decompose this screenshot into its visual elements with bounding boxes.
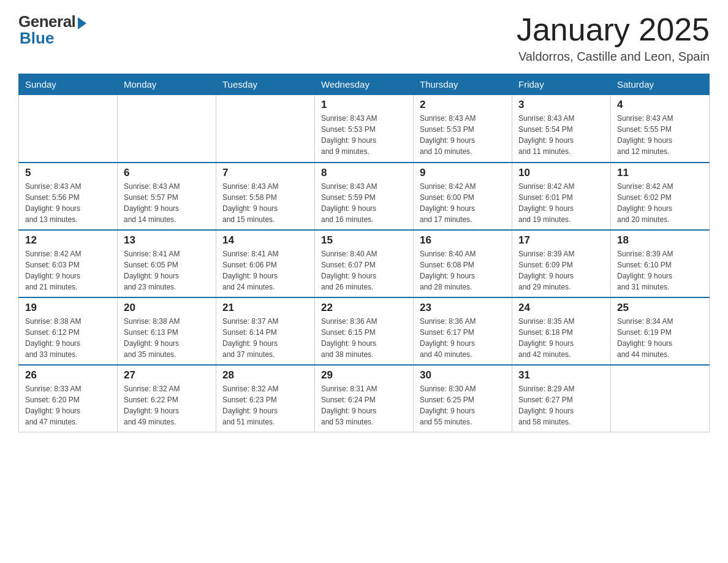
calendar-day-cell: 7Sunrise: 8:43 AMSunset: 5:58 PMDaylight… <box>216 163 315 230</box>
day-info: Sunrise: 8:32 AMSunset: 6:23 PMDaylight:… <box>222 383 308 427</box>
calendar-day-cell: 23Sunrise: 8:36 AMSunset: 6:17 PMDayligh… <box>414 297 512 365</box>
calendar-day-header: Sunday <box>19 74 118 95</box>
day-number: 17 <box>518 234 604 247</box>
calendar-day-cell: 27Sunrise: 8:32 AMSunset: 6:22 PMDayligh… <box>118 365 216 432</box>
calendar-day-cell <box>19 95 118 163</box>
day-number: 8 <box>321 167 407 179</box>
page-title: January 2025 <box>517 12 710 47</box>
day-number: 24 <box>518 302 604 314</box>
calendar-day-cell: 12Sunrise: 8:42 AMSunset: 6:03 PMDayligh… <box>19 230 118 297</box>
day-info: Sunrise: 8:38 AMSunset: 6:13 PMDaylight:… <box>124 316 210 360</box>
day-info: Sunrise: 8:42 AMSunset: 6:02 PMDaylight:… <box>617 181 703 225</box>
day-info: Sunrise: 8:29 AMSunset: 6:27 PMDaylight:… <box>518 383 604 427</box>
calendar-day-cell: 24Sunrise: 8:35 AMSunset: 6:18 PMDayligh… <box>512 297 611 365</box>
calendar-week-row: 1Sunrise: 8:43 AMSunset: 5:53 PMDaylight… <box>19 95 710 163</box>
day-number: 25 <box>617 302 703 314</box>
calendar-day-cell: 6Sunrise: 8:43 AMSunset: 5:57 PMDaylight… <box>118 163 216 230</box>
day-info: Sunrise: 8:42 AMSunset: 6:00 PMDaylight:… <box>420 181 506 225</box>
day-number: 30 <box>420 369 506 381</box>
day-info: Sunrise: 8:37 AMSunset: 6:14 PMDaylight:… <box>222 316 308 360</box>
calendar-day-cell: 10Sunrise: 8:42 AMSunset: 6:01 PMDayligh… <box>512 163 611 230</box>
calendar-day-header: Tuesday <box>216 74 315 95</box>
day-info: Sunrise: 8:43 AMSunset: 5:53 PMDaylight:… <box>321 113 407 157</box>
calendar-table: SundayMondayTuesdayWednesdayThursdayFrid… <box>18 74 710 432</box>
calendar-day-header: Friday <box>512 74 611 95</box>
calendar-day-cell: 20Sunrise: 8:38 AMSunset: 6:13 PMDayligh… <box>118 297 216 365</box>
page-subtitle: Valdorros, Castille and Leon, Spain <box>517 50 710 64</box>
calendar-day-cell: 22Sunrise: 8:36 AMSunset: 6:15 PMDayligh… <box>315 297 414 365</box>
day-info: Sunrise: 8:39 AMSunset: 6:10 PMDaylight:… <box>617 248 703 293</box>
page-header: General Blue January 2025 Valdorros, Cas… <box>18 12 710 64</box>
calendar-day-cell: 9Sunrise: 8:42 AMSunset: 6:00 PMDaylight… <box>414 163 512 230</box>
calendar-day-cell <box>611 365 710 432</box>
logo-blue-text: Blue <box>18 29 54 48</box>
day-number: 5 <box>25 167 111 179</box>
day-number: 2 <box>420 99 506 111</box>
day-info: Sunrise: 8:34 AMSunset: 6:19 PMDaylight:… <box>617 316 703 360</box>
calendar-day-cell: 16Sunrise: 8:40 AMSunset: 6:08 PMDayligh… <box>414 230 512 297</box>
calendar-day-cell <box>118 95 216 163</box>
day-number: 10 <box>518 167 604 179</box>
calendar-day-cell: 4Sunrise: 8:43 AMSunset: 5:55 PMDaylight… <box>611 95 710 163</box>
day-number: 16 <box>420 234 506 247</box>
day-number: 18 <box>617 234 703 247</box>
calendar-day-cell: 18Sunrise: 8:39 AMSunset: 6:10 PMDayligh… <box>611 230 710 297</box>
calendar-week-row: 5Sunrise: 8:43 AMSunset: 5:56 PMDaylight… <box>19 163 710 230</box>
day-number: 21 <box>222 302 308 314</box>
day-info: Sunrise: 8:39 AMSunset: 6:09 PMDaylight:… <box>518 248 604 293</box>
calendar-day-cell: 13Sunrise: 8:41 AMSunset: 6:05 PMDayligh… <box>118 230 216 297</box>
calendar-body: 1Sunrise: 8:43 AMSunset: 5:53 PMDaylight… <box>19 95 710 432</box>
calendar-header: SundayMondayTuesdayWednesdayThursdayFrid… <box>19 74 710 95</box>
logo: General Blue <box>18 12 86 48</box>
day-number: 20 <box>124 302 210 314</box>
calendar-week-row: 19Sunrise: 8:38 AMSunset: 6:12 PMDayligh… <box>19 297 710 365</box>
calendar-day-cell: 5Sunrise: 8:43 AMSunset: 5:56 PMDaylight… <box>19 163 118 230</box>
day-info: Sunrise: 8:42 AMSunset: 6:03 PMDaylight:… <box>25 248 111 293</box>
day-info: Sunrise: 8:41 AMSunset: 6:06 PMDaylight:… <box>222 248 308 293</box>
day-number: 4 <box>617 99 703 111</box>
day-number: 22 <box>321 302 407 314</box>
day-number: 29 <box>321 369 407 381</box>
day-info: Sunrise: 8:32 AMSunset: 6:22 PMDaylight:… <box>124 383 210 427</box>
day-number: 7 <box>222 167 308 179</box>
calendar-day-header: Wednesday <box>315 74 414 95</box>
day-info: Sunrise: 8:33 AMSunset: 6:20 PMDaylight:… <box>25 383 111 427</box>
day-number: 26 <box>25 369 111 381</box>
day-info: Sunrise: 8:43 AMSunset: 5:56 PMDaylight:… <box>25 181 111 225</box>
day-number: 19 <box>25 302 111 314</box>
calendar-day-header: Saturday <box>611 74 710 95</box>
calendar-day-cell: 8Sunrise: 8:43 AMSunset: 5:59 PMDaylight… <box>315 163 414 230</box>
calendar-day-cell: 29Sunrise: 8:31 AMSunset: 6:24 PMDayligh… <box>315 365 414 432</box>
day-number: 6 <box>124 167 210 179</box>
calendar-day-cell <box>216 95 315 163</box>
calendar-day-cell: 25Sunrise: 8:34 AMSunset: 6:19 PMDayligh… <box>611 297 710 365</box>
calendar-day-cell: 19Sunrise: 8:38 AMSunset: 6:12 PMDayligh… <box>19 297 118 365</box>
day-number: 23 <box>420 302 506 314</box>
day-number: 9 <box>420 167 506 179</box>
day-number: 12 <box>25 234 111 247</box>
day-info: Sunrise: 8:30 AMSunset: 6:25 PMDaylight:… <box>420 383 506 427</box>
day-info: Sunrise: 8:35 AMSunset: 6:18 PMDaylight:… <box>518 316 604 360</box>
calendar-day-cell: 15Sunrise: 8:40 AMSunset: 6:07 PMDayligh… <box>315 230 414 297</box>
day-info: Sunrise: 8:43 AMSunset: 5:54 PMDaylight:… <box>518 113 604 157</box>
day-info: Sunrise: 8:43 AMSunset: 5:59 PMDaylight:… <box>321 181 407 225</box>
calendar-day-cell: 11Sunrise: 8:42 AMSunset: 6:02 PMDayligh… <box>611 163 710 230</box>
calendar-day-cell: 30Sunrise: 8:30 AMSunset: 6:25 PMDayligh… <box>414 365 512 432</box>
day-info: Sunrise: 8:43 AMSunset: 5:57 PMDaylight:… <box>124 181 210 225</box>
calendar-week-row: 12Sunrise: 8:42 AMSunset: 6:03 PMDayligh… <box>19 230 710 297</box>
day-number: 27 <box>124 369 210 381</box>
calendar-day-cell: 14Sunrise: 8:41 AMSunset: 6:06 PMDayligh… <box>216 230 315 297</box>
day-number: 31 <box>518 369 604 381</box>
day-info: Sunrise: 8:43 AMSunset: 5:58 PMDaylight:… <box>222 181 308 225</box>
calendar-day-cell: 1Sunrise: 8:43 AMSunset: 5:53 PMDaylight… <box>315 95 414 163</box>
day-info: Sunrise: 8:40 AMSunset: 6:08 PMDaylight:… <box>420 248 506 293</box>
calendar-day-cell: 2Sunrise: 8:43 AMSunset: 5:53 PMDaylight… <box>414 95 512 163</box>
calendar-day-cell: 26Sunrise: 8:33 AMSunset: 6:20 PMDayligh… <box>19 365 118 432</box>
day-info: Sunrise: 8:43 AMSunset: 5:53 PMDaylight:… <box>420 113 506 157</box>
day-info: Sunrise: 8:38 AMSunset: 6:12 PMDaylight:… <box>25 316 111 360</box>
day-info: Sunrise: 8:36 AMSunset: 6:17 PMDaylight:… <box>420 316 506 360</box>
calendar-day-cell: 3Sunrise: 8:43 AMSunset: 5:54 PMDaylight… <box>512 95 611 163</box>
logo-arrow-icon <box>78 17 86 29</box>
calendar-day-header: Monday <box>118 74 216 95</box>
calendar-day-cell: 28Sunrise: 8:32 AMSunset: 6:23 PMDayligh… <box>216 365 315 432</box>
